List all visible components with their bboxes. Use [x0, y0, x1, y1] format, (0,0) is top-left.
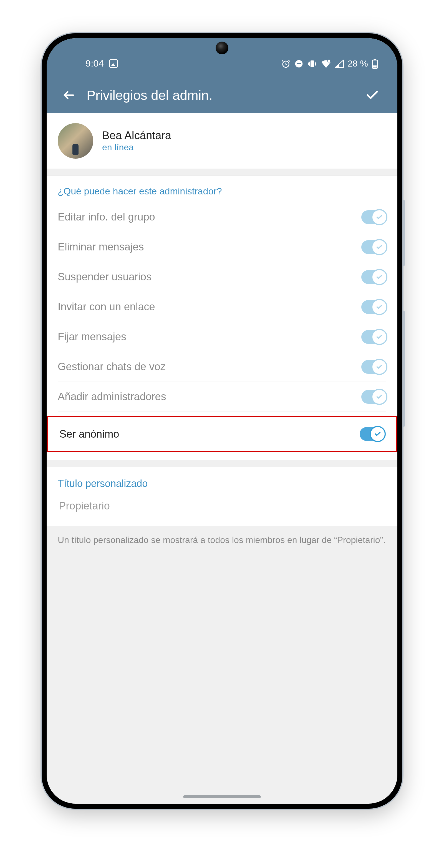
- custom-title-note: Un título personalizado se mostrará a to…: [47, 526, 397, 579]
- front-camera: [216, 41, 228, 54]
- svg-point-5: [328, 60, 330, 62]
- phone-frame: 9:04 28 % Privilegios del admin.: [41, 33, 403, 809]
- vibrate-icon: [307, 59, 317, 69]
- perm-label: Eliminar mensajes: [58, 241, 144, 253]
- svg-rect-3: [310, 60, 314, 67]
- section-divider: [47, 460, 397, 467]
- check-icon: [376, 333, 383, 341]
- custom-title-input[interactable]: Propietario: [58, 490, 386, 515]
- perm-label: Suspender usuarios: [58, 271, 151, 283]
- check-icon: [374, 430, 382, 438]
- back-button[interactable]: [58, 89, 80, 102]
- perm-label: Fijar mensajes: [58, 331, 126, 343]
- app-bar: Privilegios del admin.: [47, 77, 397, 113]
- check-icon: [365, 88, 380, 102]
- profile-row[interactable]: Bea Alcántara en línea: [47, 113, 397, 168]
- battery-icon: [372, 59, 378, 69]
- screen: 9:04 28 % Privilegios del admin.: [47, 38, 397, 804]
- profile-name: Bea Alcántara: [102, 129, 171, 142]
- check-icon: [376, 243, 383, 251]
- alarm-icon: [281, 59, 291, 68]
- svg-rect-7: [374, 59, 376, 60]
- perm-delete-messages[interactable]: Eliminar mensajes: [58, 232, 386, 262]
- check-icon: [376, 393, 383, 401]
- perm-ban-users[interactable]: Suspender usuarios: [58, 262, 386, 292]
- check-icon: [376, 213, 383, 221]
- toggle-edit-group-info[interactable]: [361, 210, 386, 224]
- section-divider: [47, 168, 397, 176]
- confirm-button[interactable]: [361, 88, 384, 102]
- perm-pin-messages[interactable]: Fijar mensajes: [58, 322, 386, 352]
- check-icon: [376, 303, 383, 311]
- nav-handle[interactable]: [183, 795, 261, 798]
- perm-anonymous[interactable]: Ser anónimo: [59, 417, 385, 451]
- svg-rect-2: [297, 63, 301, 64]
- highlighted-permission: Ser anónimo: [47, 416, 397, 452]
- perm-manage-voice[interactable]: Gestionar chats de voz: [58, 352, 386, 382]
- perm-label: Invitar con un enlace: [58, 301, 155, 313]
- wifi-icon: [321, 60, 331, 68]
- custom-title-header: Título personalizado: [58, 478, 386, 490]
- status-time: 9:04: [86, 58, 104, 69]
- toggle-invite-link[interactable]: [361, 300, 386, 314]
- permissions-header: ¿Qué puede hacer este administrador?: [58, 184, 386, 202]
- image-icon: [109, 59, 118, 68]
- check-icon: [376, 273, 383, 281]
- signal-icon: [335, 60, 344, 68]
- custom-title-section: Título personalizado Propietario: [47, 467, 397, 526]
- toggle-manage-voice[interactable]: [361, 360, 386, 374]
- perm-label: Gestionar chats de voz: [58, 361, 166, 373]
- battery-percent: 28 %: [348, 59, 368, 69]
- perm-invite-link[interactable]: Invitar con un enlace: [58, 292, 386, 322]
- toggle-pin-messages[interactable]: [361, 330, 386, 344]
- perm-label: Editar info. del grupo: [58, 211, 155, 223]
- check-icon: [376, 363, 383, 371]
- toggle-delete-messages[interactable]: [361, 240, 386, 254]
- toggle-ban-users[interactable]: [361, 270, 386, 284]
- perm-label: Añadir administradores: [58, 391, 166, 403]
- arrow-left-icon: [62, 89, 76, 102]
- perm-edit-group-info[interactable]: Editar info. del grupo: [58, 202, 386, 232]
- toggle-anonymous[interactable]: [360, 427, 385, 441]
- profile-status: en línea: [102, 142, 171, 153]
- avatar: [58, 123, 93, 159]
- perm-label: Ser anónimo: [59, 428, 119, 440]
- app-bar-title: Privilegios del admin.: [80, 88, 361, 103]
- permissions-section: ¿Qué puede hacer este administrador? Edi…: [47, 176, 397, 460]
- toggle-add-admins[interactable]: [361, 390, 386, 404]
- svg-rect-8: [373, 65, 377, 68]
- perm-add-admins[interactable]: Añadir administradores: [58, 382, 386, 412]
- dnd-icon: [294, 59, 303, 68]
